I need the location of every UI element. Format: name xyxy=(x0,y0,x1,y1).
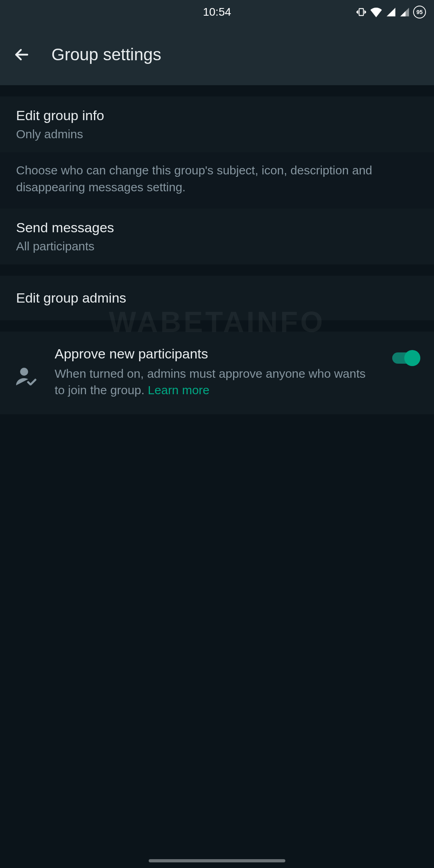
approve-desc-text: When turned on, admins must approve anyo… xyxy=(55,367,366,397)
send-messages-title: Send messages xyxy=(16,220,418,235)
app-bar: Group settings xyxy=(0,24,434,85)
learn-more-link[interactable]: Learn more xyxy=(148,383,209,397)
signal-icon-1 xyxy=(386,7,396,17)
home-indicator[interactable] xyxy=(149,859,285,862)
edit-group-admins-item[interactable]: Edit group admins xyxy=(0,276,434,320)
back-arrow-icon[interactable] xyxy=(12,45,31,64)
signal-icon-2 xyxy=(399,7,410,17)
edit-group-info-section: Edit group info Only admins Choose who c… xyxy=(0,96,434,264)
vibrate-icon xyxy=(356,7,366,17)
edit-group-info-description: Choose who can change this group's subje… xyxy=(0,152,434,209)
send-messages-value: All participants xyxy=(16,240,418,253)
approve-new-participants-item[interactable]: Approve new participants When turned on,… xyxy=(0,332,434,414)
edit-group-info-title: Edit group info xyxy=(16,108,418,123)
approve-text-block: Approve new participants When turned on,… xyxy=(55,346,373,398)
status-time: 10:54 xyxy=(203,6,231,18)
edit-group-info-item[interactable]: Edit group info Only admins xyxy=(0,96,434,152)
svg-point-1 xyxy=(20,368,28,376)
battery-icon: 95 xyxy=(413,6,426,18)
edit-group-info-value: Only admins xyxy=(16,127,418,141)
approve-toggle[interactable] xyxy=(389,352,421,364)
person-check-icon xyxy=(13,366,39,385)
settings-content: Edit group info Only admins Choose who c… xyxy=(0,96,434,414)
svg-rect-0 xyxy=(359,8,364,15)
page-title: Group settings xyxy=(51,45,161,64)
approve-description: When turned on, admins must approve anyo… xyxy=(55,366,373,398)
status-bar: 10:54 95 xyxy=(0,0,434,24)
approve-title: Approve new participants xyxy=(55,346,373,362)
wifi-icon xyxy=(370,7,383,17)
edit-admins-section: Edit group admins xyxy=(0,276,434,320)
send-messages-item[interactable]: Send messages All participants xyxy=(0,209,434,264)
status-icons: 95 xyxy=(356,6,426,18)
edit-group-admins-title: Edit group admins xyxy=(16,290,418,306)
approve-section: Approve new participants When turned on,… xyxy=(0,332,434,414)
